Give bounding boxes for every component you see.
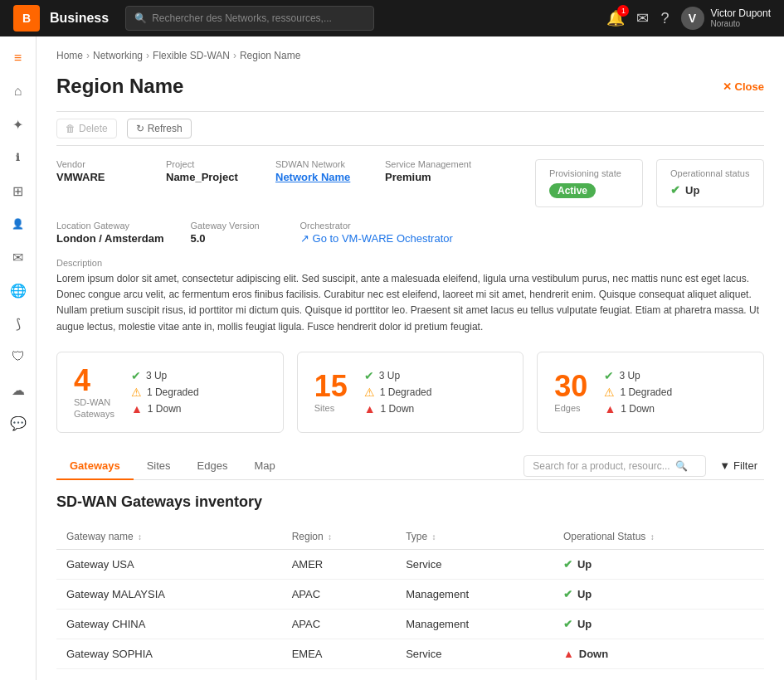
table-row: Gateway SOPHIA EMEA Service ▲Down (56, 639, 764, 668)
sidebar-item-topology[interactable]: ⟆ (3, 308, 33, 338)
brand-name: Business (50, 11, 109, 26)
col-gateway-name: Gateway name ↕ (56, 524, 282, 550)
notifications-icon[interactable]: 🔔 1 (606, 9, 625, 27)
col-region: Region ↕ (282, 524, 397, 550)
user-menu[interactable]: V Victor Dupont Norauto (681, 7, 772, 30)
search-icon: 🔍 (134, 12, 147, 24)
filter-button[interactable]: ▼ Filter (713, 456, 764, 475)
warn-icon: ⚠ (131, 386, 142, 399)
down-icon-2: ▲ (604, 402, 616, 415)
delete-button[interactable]: 🗑 Delete (56, 119, 117, 138)
cell-status: ✔Up (553, 549, 764, 579)
stat-card-2: 30 Edges ✔ 3 Up ⚠ 1 Degraded ▲ 1 Down (537, 352, 764, 433)
info-project: Project Name_Project (166, 159, 249, 183)
tab-edges[interactable]: Edges (184, 453, 241, 480)
page-header: Region Name ✕ Close (56, 75, 764, 98)
provisioning-state-card: Provisioning state Active (535, 159, 643, 207)
cell-gateway-name: Gateway USA (56, 549, 282, 579)
tab-sites[interactable]: Sites (134, 453, 184, 480)
sort-icon-name[interactable]: ↕ (138, 532, 142, 542)
username: Victor Dupont Norauto (711, 7, 772, 29)
sidebar-item-grid[interactable]: ⊞ (3, 176, 33, 206)
tabs: Gateways Sites Edges Map Search for a pr… (56, 453, 764, 480)
warn-icon-2: ⚠ (604, 386, 615, 399)
stat-card-0: 4 SD-WAN Gateways ✔ 3 Up ⚠ 1 Degraded ▲ (56, 352, 284, 433)
sidebar-item-menu[interactable]: ≡ (3, 43, 33, 73)
stat-details-0: ✔ 3 Up ⚠ 1 Degraded ▲ 1 Down (131, 369, 199, 415)
down-icon: ▲ (131, 402, 143, 415)
cell-status: ✔Up (553, 579, 764, 609)
cell-type: Management (396, 609, 553, 639)
search-icon: 🔍 (675, 460, 688, 472)
sidebar-item-security[interactable]: 🛡 (3, 342, 33, 372)
stat-details-2: ✔ 3 Up ⚠ 1 Degraded ▲ 1 Down (604, 369, 672, 415)
sidebar-item-network[interactable]: 🌐 (3, 275, 33, 305)
stat-number-2: 30 (554, 372, 587, 401)
pagination: ‹ 1 2 3 ... 30 › (56, 669, 764, 680)
cell-type: Service (396, 549, 553, 579)
breadcrumb-flexible-sdwan[interactable]: Flexible SD-WAN (153, 50, 230, 61)
sidebar-item-apps[interactable]: ✦ (3, 109, 33, 139)
cell-status: ✔Up (553, 609, 764, 639)
sidebar-item-home[interactable]: ⌂ (3, 76, 33, 106)
sort-icon-region[interactable]: ↕ (328, 532, 332, 542)
inventory-search[interactable]: Search for a product, resourc... 🔍 (523, 455, 706, 477)
cell-gateway-name: Gateway CHINA (56, 609, 282, 639)
help-icon[interactable]: ? (660, 10, 669, 27)
cell-gateway-name: Gateway MALAYSIA (56, 579, 282, 609)
cell-type: Service (396, 639, 553, 668)
status-up-icon: ✔ (563, 588, 572, 600)
breadcrumb-current: Region Name (240, 50, 300, 61)
delete-icon: 🗑 (66, 123, 75, 134)
tab-map[interactable]: Map (241, 453, 288, 480)
sidebar-item-users[interactable]: 👤 (3, 209, 33, 239)
breadcrumb-home[interactable]: Home (56, 50, 83, 61)
breadcrumb-networking[interactable]: Networking (93, 50, 143, 61)
status-cards: Provisioning state Active Operationnal s… (535, 159, 764, 207)
down-icon-1: ▲ (364, 402, 376, 415)
up-check-icon: ✔ (131, 369, 141, 382)
info-vendor: Vendor VMWARE (56, 159, 139, 183)
description-section: Description Lorem ipsum dolor sit amet, … (56, 258, 764, 335)
status-up-icon: ✔ (563, 558, 572, 571)
notif-badge: 1 (617, 5, 629, 17)
stat-number-1: 15 (314, 372, 348, 401)
info-sdwan-network: SDWAN Network Network Name (275, 159, 358, 183)
refresh-button[interactable]: ↻ Refresh (127, 119, 192, 138)
topnav: B Business 🔍 Rechercher des Networks, re… (0, 0, 784, 36)
table-row: Gateway USA AMER Service ✔Up (56, 549, 764, 579)
info-row-2: Location Gateway London / Amsterdam Gate… (56, 221, 764, 245)
stats-row: 4 SD-WAN Gateways ✔ 3 Up ⚠ 1 Degraded ▲ (56, 352, 764, 433)
stat-details-1: ✔ 3 Up ⚠ 1 Degraded ▲ 1 Down (364, 369, 432, 415)
cell-region: APAC (282, 579, 397, 609)
sidebar-item-alerts[interactable]: ℹ (3, 143, 33, 172)
table-row: Gateway CHINA APAC Management ✔Up (56, 609, 764, 639)
col-operational-status: Operational Status ↕ (553, 524, 764, 550)
tab-gateways[interactable]: Gateways (56, 453, 134, 480)
up-check-icon-1: ✔ (364, 369, 374, 382)
info-service-management: Service Management Premium (385, 159, 471, 183)
logo: B (13, 5, 40, 32)
sidebar: ≡ ⌂ ✦ ℹ ⊞ 👤 ✉ 🌐 ⟆ 🛡 ☁ 💬 (0, 36, 37, 680)
cell-region: APAC (282, 609, 397, 639)
global-search[interactable]: 🔍 Rechercher des Networks, ressources,..… (125, 6, 374, 31)
close-button[interactable]: ✕ Close (723, 80, 764, 93)
toolbar: 🗑 Delete ↻ Refresh (56, 111, 764, 146)
cell-gateway-name: Gateway SOPHIA (56, 639, 282, 668)
sidebar-item-chat[interactable]: 💬 (3, 408, 33, 438)
sidebar-item-cloud[interactable]: ☁ (3, 375, 33, 405)
stat-card-1: 15 Sites ✔ 3 Up ⚠ 1 Degraded ▲ 1 Down (297, 352, 524, 433)
email-icon[interactable]: ✉ (636, 9, 649, 27)
sidebar-item-messages[interactable]: ✉ (3, 242, 33, 272)
tabs-search-area: Search for a product, resourc... 🔍 ▼ Fil… (523, 455, 764, 477)
info-gw-version: Gateway Version 5.0 (191, 221, 274, 245)
status-down-icon: ▲ (563, 648, 574, 660)
cell-region: EMEA (282, 639, 397, 668)
up-check-icon-2: ✔ (604, 369, 614, 382)
sort-icon-status[interactable]: ↕ (650, 532, 655, 542)
external-link-icon: ↗ (300, 232, 309, 245)
breadcrumb: Home › Networking › Flexible SD-WAN › Re… (56, 50, 764, 61)
sort-icon-type[interactable]: ↕ (432, 532, 436, 542)
col-type: Type ↕ (396, 524, 553, 550)
orchestrator-link[interactable]: ↗ Go to VM-WARE Ochestrator (300, 232, 453, 245)
